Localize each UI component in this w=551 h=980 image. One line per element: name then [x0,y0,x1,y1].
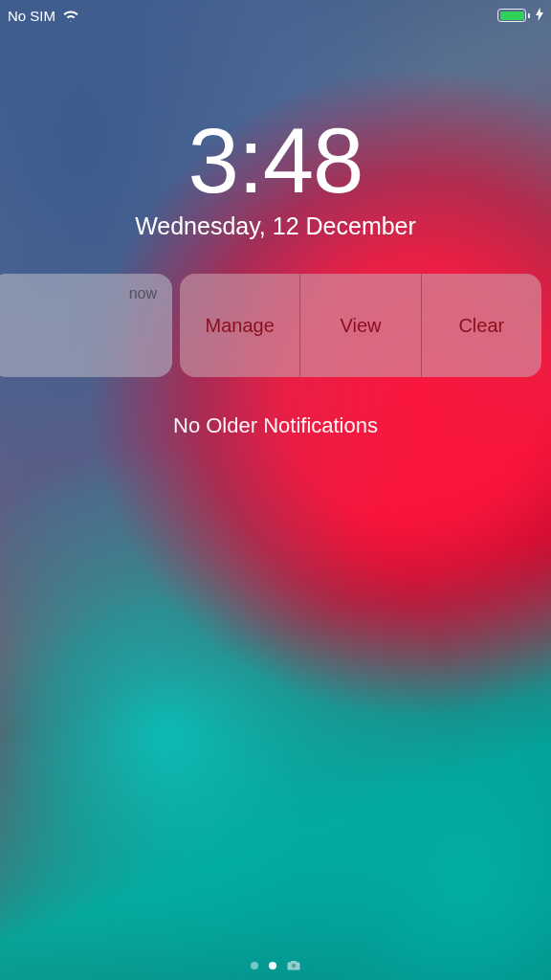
page-dot-active[interactable] [269,962,276,969]
status-bar: No SIM [0,0,551,27]
view-button[interactable]: View [299,274,420,377]
battery-icon [497,9,530,22]
date-label: Wednesday, 12 December [0,212,551,240]
lock-clock: 3:48 Wednesday, 12 December [0,115,551,240]
notification-card[interactable]: now [0,274,172,377]
charging-icon [536,8,543,23]
notification-timestamp: now [129,285,157,302]
svg-point-0 [292,964,297,969]
notification-row: now Manage View Clear [0,274,541,377]
notification-actions: Manage View Clear [180,274,541,377]
page-indicator[interactable] [0,960,551,970]
status-bar-right [497,8,543,23]
no-older-notifications-label: No Older Notifications [0,413,551,438]
manage-button[interactable]: Manage [180,274,299,377]
clear-button[interactable]: Clear [421,274,541,377]
carrier-label: No SIM [8,8,55,24]
status-bar-left: No SIM [8,8,79,24]
wifi-icon [62,10,79,22]
page-dot[interactable] [251,962,258,969]
time-label: 3:48 [0,115,551,207]
camera-icon[interactable] [287,960,300,970]
